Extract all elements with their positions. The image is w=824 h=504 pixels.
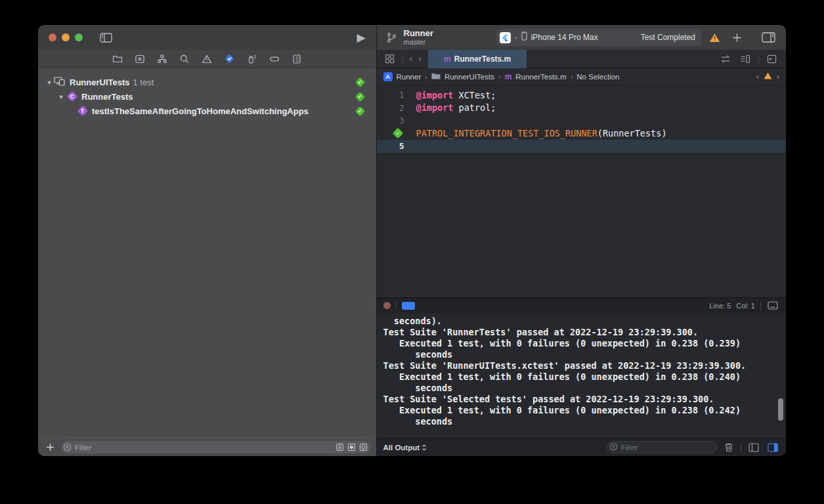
cursor-col-label: Col: 1 <box>736 302 755 310</box>
tree-row-label: testIsTheSameAfterGoingToHomeAndSwitchin… <box>92 106 309 116</box>
console-line: Test Suite 'RunnerUITests.xctest' passed… <box>383 360 787 371</box>
tree-row-runnertests[interactable]: ▾ C RunnerTests ✓ <box>38 89 376 104</box>
report-navigator-icon[interactable] <box>290 52 303 66</box>
run-button[interactable]: ▶ <box>357 32 365 43</box>
debug-marker-icon[interactable] <box>402 302 415 310</box>
console-line: Test Suite 'Selected tests' passed at 20… <box>383 394 787 405</box>
breakpoint-navigator-icon[interactable] <box>268 52 281 66</box>
library-add-icon[interactable] <box>731 32 743 44</box>
test-method-icon: T <box>77 106 87 116</box>
project-navigator-icon[interactable] <box>111 52 124 66</box>
device-icon <box>521 32 527 43</box>
test-navigator-icon[interactable] <box>223 52 236 66</box>
code-token: (RunnerTests) <box>597 128 667 138</box>
editor-display-icon[interactable] <box>766 300 779 311</box>
breakpoint-indicator-icon[interactable] <box>383 302 391 309</box>
project-status[interactable]: Runner master <box>404 29 434 46</box>
run-test-diamond-icon[interactable]: ✓ <box>393 129 403 138</box>
crumb-separator: › <box>425 73 427 81</box>
crumb-project[interactable]: Runner <box>397 73 422 81</box>
warning-count-icon[interactable] <box>709 33 720 43</box>
filter-failed-tests-icon[interactable] <box>347 443 356 452</box>
crumb-separator: › <box>571 73 573 81</box>
add-test-plan-icon[interactable] <box>45 442 56 453</box>
test-passed-icon: ✓ <box>356 93 364 101</box>
disclosure-icon[interactable]: ▾ <box>45 79 54 86</box>
test-count-label: 1 test <box>133 77 154 87</box>
code-line[interactable]: 1 @import XCTest; <box>377 89 787 102</box>
show-variables-view-icon[interactable] <box>747 442 760 453</box>
find-navigator-icon[interactable] <box>178 52 191 66</box>
crumb-group[interactable]: RunnerUITests <box>445 73 494 81</box>
editor-status-bar: Line: 5 Col: 1 <box>377 297 787 313</box>
next-issue-icon[interactable]: › <box>777 72 779 81</box>
console-scrollbar[interactable] <box>778 398 783 421</box>
show-report-icon[interactable] <box>336 443 344 452</box>
scheme-selector[interactable]: › iPhone 14 Pro Max Test Completed <box>496 29 701 46</box>
zoom-window-button[interactable] <box>75 33 83 41</box>
debug-navigator-icon[interactable] <box>246 52 259 66</box>
go-forward-icon[interactable]: › <box>419 54 422 64</box>
updown-chevron-icon <box>422 444 427 452</box>
close-window-button[interactable] <box>49 33 56 41</box>
console-line: Test Suite 'RunnerTests' passed at 2022-… <box>383 327 787 338</box>
jump-bar: A Runner › RunnerUITests › m RunnerTests… <box>377 68 787 85</box>
console-filter-field[interactable]: Filter <box>607 441 717 453</box>
tree-row-label: RunnerTests <box>81 92 133 102</box>
navigator-filter-field[interactable]: Filter <box>61 441 371 453</box>
group-folder-icon <box>431 72 441 81</box>
issue-warning-icon[interactable] <box>764 72 772 81</box>
source-control-navigator-icon[interactable] <box>133 52 146 66</box>
previous-issue-icon[interactable]: ‹ <box>756 72 759 81</box>
crumb-file[interactable]: RunnerTests.m <box>515 73 566 81</box>
crumb-separator: › <box>498 73 501 81</box>
code-line-current[interactable]: 5 <box>377 140 787 153</box>
objc-file-icon: m <box>444 54 451 64</box>
minimize-window-button[interactable] <box>62 33 70 41</box>
toggle-sidebar-icon[interactable] <box>98 32 114 44</box>
adjust-editor-options-icon[interactable] <box>739 53 752 65</box>
navigator-panel: ▶ <box>38 25 376 456</box>
code-token: XCTest; <box>453 90 496 100</box>
inspector-toggle-icon[interactable] <box>760 31 777 44</box>
filter-placeholder: Filter <box>621 444 638 452</box>
tree-row-label: RunnerUITests <box>70 77 130 87</box>
run-destination-label[interactable]: iPhone 14 Pro Max <box>531 33 598 42</box>
project-icon: A <box>383 72 393 81</box>
console-line: seconds <box>383 416 787 427</box>
code-editor[interactable]: 1 @import XCTest; 2 @import patrol; 3 ✓ … <box>377 85 787 297</box>
console-line: seconds). <box>383 316 787 327</box>
disclosure-icon[interactable]: ▾ <box>56 93 66 100</box>
crumb-selection[interactable]: No Selection <box>576 73 619 81</box>
tree-row-test-method[interactable]: T testIsTheSameAfterGoingToHomeAndSwitch… <box>38 104 376 118</box>
related-items-icon[interactable] <box>383 52 396 65</box>
clear-console-icon[interactable] <box>723 441 735 453</box>
tree-row-runneruitests[interactable]: ▾ RunnerUITests 1 test ✓ <box>38 75 376 89</box>
test-bundle-icon <box>54 77 65 88</box>
console-line: Executed 1 test, with 0 failures (0 unex… <box>383 371 787 383</box>
code-line[interactable]: 3 <box>377 114 787 127</box>
code-line[interactable]: 2 @import patrol; <box>377 102 787 115</box>
xcode-window: ▶ <box>38 25 786 456</box>
code-review-icon[interactable] <box>719 53 732 65</box>
debug-console[interactable]: seconds). Test Suite 'RunnerTests' passe… <box>377 313 787 438</box>
issue-navigator-icon[interactable] <box>200 52 213 66</box>
go-back-icon[interactable]: ‹ <box>410 54 412 64</box>
filter-flagged-tests-icon[interactable] <box>359 443 368 452</box>
add-editor-icon[interactable] <box>766 53 778 65</box>
test-passed-icon: ✓ <box>356 78 364 87</box>
flutter-scheme-icon <box>500 32 511 43</box>
console-line: seconds <box>383 349 787 360</box>
show-console-view-icon[interactable] <box>766 442 779 453</box>
tab-runnertests[interactable]: m RunnerTests.m <box>428 50 527 68</box>
editor-panel: Runner master › iPhone 14 Pro Max Test C… <box>376 25 787 456</box>
output-selector[interactable]: All Output <box>383 444 427 452</box>
console-toolbar: All Output Filter <box>377 438 787 456</box>
scheme-chevron: › <box>515 33 517 41</box>
line-number: 2 <box>377 103 407 113</box>
symbol-navigator-icon[interactable] <box>156 52 169 66</box>
code-line[interactable]: ✓ PATROL_INTEGRATION_TEST_IOS_RUNNER(Run… <box>377 127 787 140</box>
navigator-filter-bar: Filter <box>38 438 376 456</box>
code-token: patrol; <box>453 102 496 113</box>
cursor-line-label: Line: 5 <box>709 302 731 310</box>
